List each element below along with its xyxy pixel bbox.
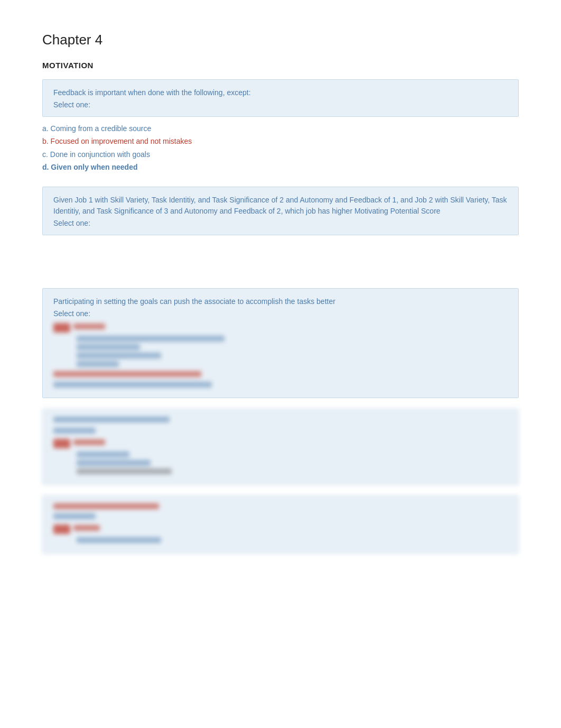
answer-1d[interactable]: d. Given only when needed	[42, 161, 519, 173]
blurred-badge-3	[53, 524, 70, 534]
question-1-select: Select one:	[53, 100, 508, 109]
answer-1c[interactable]: c. Done in conjunction with goals	[42, 148, 519, 161]
blurred-line-4	[77, 353, 161, 358]
blurred-q5-select	[53, 513, 96, 519]
blurred-q4-line3	[77, 460, 151, 466]
section-title: MOTIVATION	[42, 61, 519, 70]
question-3-block: Participating in setting the goals can p…	[42, 288, 519, 398]
question-4-block-blurred	[42, 409, 519, 485]
answer-1a[interactable]: a. Coming from a credible source	[42, 122, 519, 135]
blurred-q4-select	[53, 428, 96, 434]
blurred-q4-line2	[77, 451, 129, 457]
answer-1c-label: c.	[42, 150, 50, 159]
blurred-q4-line4	[77, 468, 172, 474]
blurred-badge-1	[53, 323, 70, 333]
question-5-block-blurred	[42, 495, 519, 554]
blurred-line-3	[77, 344, 140, 350]
blurred-q5-line2	[77, 537, 161, 543]
question-1-text: Feedback is important when done with the…	[53, 87, 508, 98]
blurred-line-7	[53, 382, 212, 388]
blurred-line-1	[73, 324, 105, 329]
question-3-select: Select one:	[53, 309, 508, 318]
question-2-block: Given Job 1 with Skill Variety, Task Ide…	[42, 187, 519, 235]
blurred-line-6	[53, 371, 201, 377]
question-3-answers-blurred	[53, 323, 508, 388]
answer-1a-text: Coming from a credible source	[51, 124, 152, 133]
answer-1b-label: b.	[42, 137, 51, 145]
blurred-q4-line1	[73, 439, 105, 445]
answer-1c-text: Done in conjunction with goals	[50, 150, 150, 159]
answer-1b-text: Focused on improvement and not mistakes	[51, 137, 192, 145]
question-2-text: Given Job 1 with Skill Variety, Task Ide…	[53, 195, 508, 217]
answer-list-1: a. Coming from a credible source b. Focu…	[42, 122, 519, 174]
question-1-block: Feedback is important when done with the…	[42, 79, 519, 117]
answer-1a-label: a.	[42, 124, 51, 133]
answer-1d-text: Given only when needed	[51, 163, 137, 171]
blurred-line-2	[77, 336, 225, 342]
blurred-q5-line1	[73, 525, 100, 531]
blurred-q5-title	[53, 503, 159, 509]
blurred-badge-2	[53, 439, 70, 448]
answer-1b[interactable]: b. Focused on improvement and not mistak…	[42, 135, 519, 148]
question-2-select: Select one:	[53, 219, 508, 227]
blurred-q4-title	[53, 417, 170, 422]
answer-1d-label: d.	[42, 163, 51, 171]
blurred-line-5	[77, 361, 119, 367]
chapter-title: Chapter 4	[42, 32, 519, 48]
question-3-text: Participating in setting the goals can p…	[53, 296, 508, 307]
